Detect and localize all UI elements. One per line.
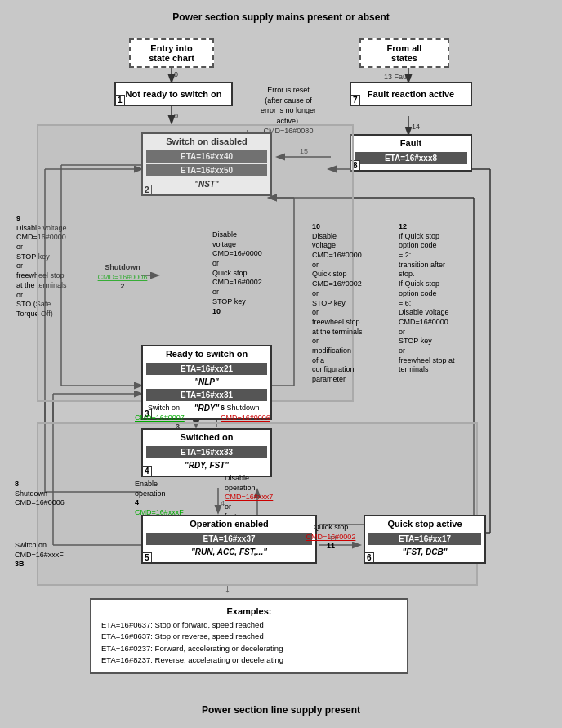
enable-op-num: 4 — [135, 498, 139, 507]
shutdown-6-title: Shutdown — [227, 404, 260, 412]
oe-eta: ETA=16#xx37 — [146, 533, 312, 545]
qs11-title: Quick stop — [298, 523, 364, 533]
entry-state-box: Entry intostate chart — [129, 38, 214, 68]
qs11-cmd: CMD=16#0002 — [298, 533, 364, 543]
fault-title: Fault — [351, 136, 471, 150]
s8-num: 8 — [15, 480, 57, 489]
svg-text:13 Fault: 13 Fault — [384, 73, 411, 81]
shutdown-6-num: 6 — [221, 404, 225, 412]
so-number: 4 — [142, 466, 152, 476]
example-line-3: ETA=16#0237: Forward, accelerating or de… — [101, 643, 397, 654]
qsa-title: Quick stop active — [365, 516, 484, 531]
ann-enable-op: Enableoperation 4 CMD=16#xxxF — [135, 480, 188, 518]
examples-box: Examples: ETA=16#0637: Stop or forward, … — [90, 598, 408, 674]
ann-qs-text: If Quick stopoption code= 2:transition a… — [399, 232, 480, 375]
down-arrow-indicator: ↓ — [225, 582, 230, 595]
ann-qs-num: 12 — [399, 222, 480, 232]
operation-enabled-state: 5 Operation enabled ETA=16#xx37 "RUN, AC… — [141, 515, 317, 564]
enable-op-title: Enableoperation — [135, 480, 188, 498]
qsa-label: "FST, DCB" — [365, 547, 484, 559]
qsa-eta: ETA=16#xx17 — [368, 533, 481, 545]
fault-eta: ETA=16#xxx8 — [355, 152, 467, 164]
examples-title: Examples: — [101, 606, 397, 616]
ann-disable-center-num: 10 — [212, 307, 282, 317]
svg-text:0: 0 — [174, 112, 178, 120]
ann-disable-center: DisablevoltageCMD=16#0000orQuick stopCMD… — [212, 230, 282, 316]
ann-right-text: DisablevoltageCMD=16#0000orQuick stopCMD… — [312, 232, 386, 385]
oe-number: 5 — [142, 552, 152, 563]
ann-shutdown-6: 6 Shutdown CMD=16#0006 — [221, 404, 286, 422]
ann-right-num: 10 — [312, 222, 386, 232]
rtso-nlp: "NLP" — [143, 377, 270, 387]
bottom-label: Power section line supply present — [8, 701, 554, 719]
svg-text:14: 14 — [412, 123, 420, 131]
not-ready-number: 1 — [115, 95, 125, 105]
ann-disable-right: 10 DisablevoltageCMD=16#0000orQuick stop… — [312, 222, 386, 385]
fault-reaction-number: 7 — [350, 95, 360, 105]
from-all-label: From allstates — [387, 43, 422, 63]
entry-label: Entry intostate chart — [149, 43, 194, 63]
so-title: Switched on — [143, 430, 270, 444]
oe-title: Operation enabled — [143, 516, 315, 531]
example-line-4: ETA=16#8237: Reverse, accelerating or de… — [101, 654, 397, 666]
diagram-area: 0 0 13 Fault 14 15 — [8, 26, 554, 696]
ann-quickstop-opt: 12 If Quick stopoption code= 2:transitio… — [399, 222, 480, 375]
ann-quickstop-11: Quick stop CMD=16#0002 11 — [298, 523, 364, 552]
s3b-text: Switch onCMD=16#xxxF — [15, 541, 57, 560]
quick-stop-active-state: 6 Quick stop active ETA=16#xx17 "FST, DC… — [364, 515, 486, 564]
svg-text:0: 0 — [174, 70, 178, 78]
switched-on-state: 4 Switched on ETA=16#xx33 "RDY, FST" — [141, 428, 272, 477]
not-ready-state: 1 Not ready to switch on — [114, 82, 233, 106]
fault-reaction-title: Fault reaction active — [356, 87, 466, 101]
so-eta: ETA=16#xx33 — [146, 446, 267, 458]
example-line-1: ETA=16#0637: Stop or forward, speed reac… — [101, 619, 397, 631]
rtso-eta1: ETA=16#xx21 — [146, 363, 267, 375]
example-line-2: ETA=16#8637: Stop or reverse, speed reac… — [101, 631, 397, 642]
fault-reaction-state: 7 Fault reaction active — [350, 82, 472, 106]
from-all-states-box: From allstates — [359, 38, 449, 68]
rtso-title: Ready to switch on — [143, 346, 270, 361]
shutdown-6-cmd: CMD=16#0006 — [221, 413, 286, 423]
top-label: Power section supply mains present or ab… — [8, 8, 554, 26]
diagram-container: Power section supply mains present or ab… — [0, 0, 562, 728]
oe-label: "RUN, ACC, FST,..." — [143, 547, 315, 559]
s3b-num: 3B — [15, 560, 57, 569]
s8-text: ShutdownCMD=16#0006 — [15, 489, 57, 508]
rtso-eta2: ETA=16#xx31 — [146, 389, 267, 401]
so-label: "RDY, FST" — [143, 460, 270, 472]
qs11-num: 11 — [298, 542, 364, 552]
switch-on-3-cmd: CMD=16#0007 — [135, 413, 180, 423]
fault-state: 8 Fault ETA=16#xxx8 — [350, 134, 472, 172]
qsa-number: 6 — [364, 552, 374, 563]
switch-on-3-title: Switch on — [135, 404, 180, 413]
ann-disable-center-text: DisablevoltageCMD=16#0000orQuick stopCMD… — [212, 230, 282, 307]
ann-switch-on-3b: Switch onCMD=16#xxxF 3B — [15, 541, 57, 569]
not-ready-title: Not ready to switch on — [121, 87, 226, 101]
ann-shutdown-8: 8 ShutdownCMD=16#0006 — [15, 480, 57, 508]
